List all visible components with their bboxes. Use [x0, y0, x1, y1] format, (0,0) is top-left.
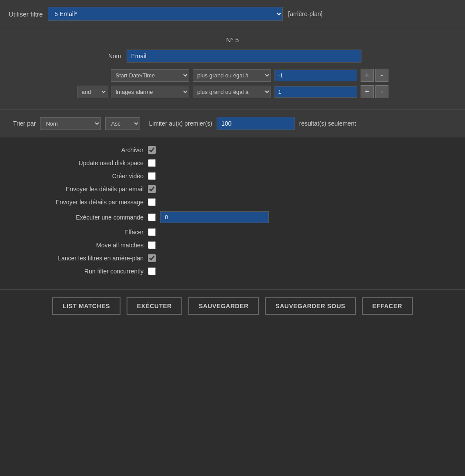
option-row-background: Lancer les filtres en arrière-plan [13, 254, 452, 262]
criteria-operator-2[interactable]: plus grand ou égal à plus petit ou égal … [193, 86, 271, 98]
name-input[interactable] [127, 50, 361, 63]
option-checkbox-move[interactable] [148, 241, 156, 249]
criteria-value-2[interactable] [274, 86, 357, 98]
option-checkbox-email[interactable] [148, 185, 156, 193]
option-label-command: Exécuter une commande [13, 214, 144, 221]
option-row-email: Envoyer les détails par email [13, 185, 452, 193]
criteria-section: N° 5 Nom Start Date/Time Images alarme p… [0, 28, 465, 110]
option-row-video: Créer vidéo [13, 172, 452, 180]
option-label-archiver: Archiver [13, 146, 144, 153]
option-checkbox-concurrent[interactable] [148, 267, 156, 275]
executer-button[interactable]: EXÉCUTER [127, 297, 182, 315]
plus-minus-2: + - [361, 85, 388, 98]
criteria-operator-1[interactable]: plus grand ou égal à plus petit ou égal … [193, 69, 271, 82]
sauvegarder-sous-button[interactable]: SAUVEGARDER SOUS [265, 297, 355, 315]
option-row-command: Exécuter une commande [13, 211, 452, 223]
add-criteria-2[interactable]: + [361, 85, 374, 98]
section-title: N° 5 [13, 36, 452, 43]
option-label-move: Move all matches [13, 242, 144, 249]
criteria-field-2[interactable]: Images alarme Start Date/Time [111, 86, 189, 98]
option-checkbox-background[interactable] [148, 254, 156, 262]
action-bar: LIST MATCHES EXÉCUTER SAUVEGARDER SAUVEG… [0, 289, 465, 323]
option-label-video: Créer vidéo [13, 173, 144, 180]
sort-bar: Trier par Nom Date ID Asc Desc Limiter a… [0, 110, 465, 137]
criteria-row-1: Start Date/Time Images alarme plus grand… [13, 69, 452, 82]
option-checkbox-disk[interactable] [148, 159, 156, 167]
criteria-value-1[interactable] [274, 70, 357, 81]
option-row-concurrent: Run filter concurrently [13, 267, 452, 275]
limit-input[interactable] [217, 117, 295, 130]
and-select[interactable]: and or [77, 86, 107, 98]
option-label-concurrent: Run filter concurrently [13, 268, 144, 275]
option-label-message: Envoyer les détails par message [13, 199, 144, 206]
option-checkbox-command[interactable] [148, 213, 156, 221]
option-checkbox-archiver[interactable] [148, 146, 156, 154]
list-matches-button[interactable]: LIST MATCHES [52, 297, 120, 315]
option-row-move: Move all matches [13, 241, 452, 249]
limit-label: Limiter au(x) premier(s) [149, 120, 212, 127]
option-checkbox-video[interactable] [148, 172, 156, 180]
sort-by-label: Trier par [13, 120, 36, 127]
option-row-effacer: Effacer [13, 228, 452, 236]
option-label-background: Lancer les filtres en arrière-plan [13, 255, 144, 262]
option-row-message: Envoyer les détails par message [13, 198, 452, 206]
name-row: Nom [13, 50, 452, 63]
filter-bar: Utiliser filtre 5 Email* [arrière-plan] [0, 0, 465, 28]
sort-dir-select[interactable]: Asc Desc [105, 117, 140, 130]
option-label-disk: Update used disk space [13, 160, 144, 166]
sauvegarder-button[interactable]: SAUVEGARDER [188, 297, 259, 315]
criteria-row-2: and or Images alarme Start Date/Time plu… [13, 85, 452, 98]
results-label: résultat(s) seulement [299, 120, 356, 127]
sort-field-select[interactable]: Nom Date ID [40, 117, 101, 130]
option-checkbox-message[interactable] [148, 198, 156, 206]
name-label: Nom [104, 53, 121, 60]
criteria-field-1[interactable]: Start Date/Time Images alarme [111, 69, 189, 82]
filter-tag: [arrière-plan] [288, 10, 322, 17]
filter-bar-label: Utiliser filtre [9, 10, 43, 18]
option-label-effacer: Effacer [13, 229, 144, 236]
plus-minus-1: + - [361, 69, 388, 82]
effacer-button[interactable]: EFFACER [362, 297, 413, 315]
options-section: Archiver Update used disk space Créer vi… [0, 137, 465, 289]
remove-criteria-1[interactable]: - [375, 69, 388, 82]
command-input[interactable] [160, 211, 269, 223]
option-label-email: Envoyer les détails par email [13, 186, 144, 193]
option-row-disk: Update used disk space [13, 159, 452, 167]
option-checkbox-effacer[interactable] [148, 228, 156, 236]
filter-select[interactable]: 5 Email* [48, 7, 283, 21]
add-criteria-1[interactable]: + [361, 69, 374, 82]
remove-criteria-2[interactable]: - [375, 85, 388, 98]
option-row-archiver: Archiver [13, 146, 452, 154]
